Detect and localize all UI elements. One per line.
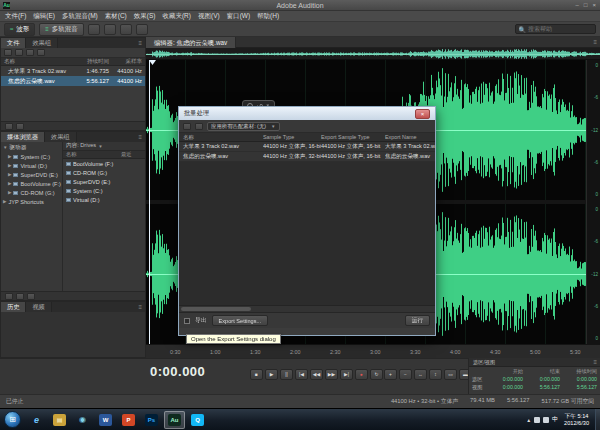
close-file-icon[interactable]	[37, 49, 45, 56]
panel-menu-icon[interactable]: ≡	[138, 134, 142, 140]
network-icon[interactable]	[534, 417, 540, 423]
volume-icon[interactable]	[543, 417, 549, 423]
column-export-sample-type[interactable]: Export Sample Type	[321, 134, 385, 140]
column-recent[interactable]: 最近	[121, 151, 145, 158]
fast-forward-button[interactable]: ▶▶	[325, 369, 338, 380]
dialog-file-row[interactable]: 大苹果 3 Track 02.wav 44100 Hz 立体声, 16-bit …	[179, 142, 435, 152]
selection-duration[interactable]: 0:00.000	[563, 375, 600, 383]
import-file-icon[interactable]	[15, 49, 23, 56]
record-button[interactable]: ●	[355, 369, 368, 380]
zoom-vertical-button[interactable]: ↕	[429, 369, 442, 380]
caret-right-icon[interactable]: ▶	[8, 154, 11, 159]
tab-media-browser[interactable]: 媒体浏览器	[1, 132, 45, 142]
show-hidden-icons-button[interactable]: ▲	[526, 417, 531, 423]
files-footer-icon[interactable]	[5, 123, 13, 130]
zoom-in-button[interactable]: +	[384, 369, 397, 380]
tree-item-shortcuts[interactable]: ▶JYP Shortcuts	[1, 197, 62, 206]
menu-favorites[interactable]: 收藏夹(R)	[162, 12, 191, 21]
photoshop-icon[interactable]: Ps	[141, 411, 162, 429]
dialog-title-bar[interactable]: 批量处理 ×	[179, 107, 435, 120]
language-indicator[interactable]: 中	[552, 415, 558, 424]
caret-down-icon[interactable]: ▼	[98, 144, 102, 149]
dialog-close-button[interactable]: ×	[415, 109, 430, 119]
tab-files[interactable]: 文件	[1, 38, 26, 48]
tree-item-drive[interactable]: ▶CD-ROM (G:)	[1, 188, 62, 197]
waveform-view-button[interactable]: ≈ 波形	[4, 23, 35, 36]
view-end[interactable]: 5:56.127	[526, 383, 563, 391]
taskbar-clock[interactable]: 下午 5:14 2012/6/30	[564, 413, 589, 426]
tree-item-drive[interactable]: ▶BootVolume (F:)	[1, 179, 62, 188]
file-row[interactable]: 大苹果 3 Track 02.wav 1:46.735 44100 Hz	[1, 66, 145, 76]
caret-right-icon[interactable]: ▶	[8, 190, 11, 195]
tree-item-drive[interactable]: ▶Virtual (D:)	[1, 161, 62, 170]
contents-row[interactable]: System (C:)	[63, 186, 145, 195]
selection-start[interactable]: 0:00.000	[489, 375, 526, 383]
show-desktop-button[interactable]	[595, 409, 600, 430]
menu-view[interactable]: 视图(V)	[198, 12, 220, 21]
rewind-button[interactable]: ◀◀	[310, 369, 323, 380]
file-row-selected[interactable]: 焦虑的云朵噢.wav 5:56.127 44100 Hz	[1, 76, 145, 86]
close-button[interactable]: ×	[592, 2, 596, 8]
view-duration[interactable]: 5:56.127	[563, 383, 600, 391]
tab-video[interactable]: 视频	[26, 302, 51, 312]
column-name[interactable]: 名称	[179, 134, 263, 141]
tree-item-drive[interactable]: ▶SuperDVD (E:)	[1, 170, 62, 179]
help-search-box[interactable]: 🔍	[515, 24, 597, 34]
contents-row[interactable]: Virtual (D:)	[63, 195, 145, 204]
insert-to-multitrack-icon[interactable]	[26, 49, 34, 56]
pause-button[interactable]: ||	[280, 369, 293, 380]
scrollbar-thumb[interactable]	[181, 307, 251, 311]
tree-root-drives[interactable]: ▼ 驱动器	[1, 143, 62, 152]
dialog-file-row[interactable]: 焦虑的云朵噢.wav 44100 Hz 立体声, 32-bit 44100 Hz…	[179, 152, 435, 162]
media-player-icon[interactable]: ◉	[72, 411, 93, 429]
selection-end[interactable]: 0:00.000	[526, 375, 563, 383]
menu-multitrack[interactable]: 多轨混音(M)	[62, 12, 98, 21]
contents-header[interactable]: 内容: Drives ▼	[63, 142, 145, 151]
amplitude-ruler[interactable]: 0 -6 -12 -6 0 0 -6 -12 -6 0	[586, 60, 600, 344]
panel-menu-icon[interactable]: ≡	[138, 40, 142, 46]
column-name[interactable]: 名称	[1, 58, 77, 65]
marquee-tool-icon[interactable]	[136, 24, 148, 35]
dialog-horizontal-scrollbar[interactable]	[179, 305, 435, 312]
qq-icon[interactable]: Q	[187, 411, 208, 429]
internet-explorer-icon[interactable]: e	[26, 411, 47, 429]
export-checkbox[interactable]	[184, 318, 190, 324]
timeline-ruler[interactable]: 0:30 1:00 1:30 2:00 2:30 3:00 3:30 4:00 …	[146, 344, 600, 358]
move-to-next-button[interactable]: ▶|	[340, 369, 353, 380]
open-file-icon[interactable]	[4, 49, 12, 56]
maximize-button[interactable]: □	[584, 2, 588, 8]
column-sample-type[interactable]: Sample Type	[263, 134, 321, 140]
menu-help[interactable]: 帮助(H)	[257, 12, 279, 21]
tab-history[interactable]: 历史	[1, 302, 26, 312]
panel-menu-icon[interactable]: ≡	[593, 39, 597, 45]
panel-menu-icon[interactable]: ≡	[593, 359, 597, 365]
zoom-horizontal-button[interactable]: ↔	[414, 369, 427, 380]
caret-right-icon[interactable]: ▶	[8, 181, 11, 186]
menu-edit[interactable]: 编辑(E)	[33, 12, 55, 21]
zoom-selection-button[interactable]: ▭	[444, 369, 457, 380]
column-duration[interactable]: 持续时间	[77, 58, 109, 65]
caret-right-icon[interactable]: ▶	[3, 199, 6, 204]
menu-clip[interactable]: 素材(C)	[105, 12, 127, 21]
add-files-icon[interactable]	[183, 123, 191, 130]
remove-files-icon[interactable]	[195, 123, 203, 130]
stop-button[interactable]: ■	[250, 369, 263, 380]
razor-tool-icon[interactable]	[104, 24, 116, 35]
editor-tab[interactable]: 编辑器: 焦虑的云朵噢.wav	[146, 37, 236, 48]
powerpoint-icon[interactable]: P	[118, 411, 139, 429]
tab-effects-rack[interactable]: 效果组	[26, 38, 58, 48]
media-footer-icon[interactable]	[16, 293, 24, 300]
menu-effects[interactable]: 效果(S)	[134, 12, 156, 21]
menu-file[interactable]: 文件(F)	[5, 12, 26, 21]
export-settings-button[interactable]: Export Settings...	[212, 315, 269, 326]
selection-view-title[interactable]: 选区/视图	[469, 359, 499, 366]
play-button[interactable]: ▶	[265, 369, 278, 380]
column-rate[interactable]: 采样率	[109, 58, 145, 65]
move-to-previous-button[interactable]: |◀	[295, 369, 308, 380]
tab-effects[interactable]: 效果组	[45, 132, 77, 142]
view-start[interactable]: 0:00.000	[489, 383, 526, 391]
media-footer-icon[interactable]	[27, 293, 35, 300]
start-button[interactable]: ⊞	[4, 411, 21, 428]
minimize-button[interactable]: –	[576, 2, 579, 8]
column-name[interactable]: 名称	[63, 151, 121, 158]
